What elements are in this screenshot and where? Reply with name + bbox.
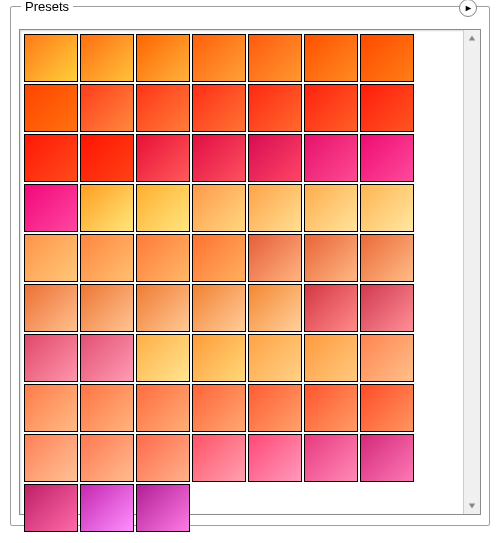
gradient-swatch[interactable] — [136, 184, 190, 232]
gradient-swatch[interactable] — [248, 384, 302, 432]
scrollbar[interactable] — [463, 30, 480, 514]
gradient-swatch[interactable] — [24, 184, 78, 232]
presets-flyout-button[interactable] — [459, 0, 477, 17]
svg-marker-0 — [465, 5, 471, 11]
gradient-swatch[interactable] — [304, 184, 358, 232]
gradient-swatch[interactable] — [24, 384, 78, 432]
gradient-swatch[interactable] — [304, 384, 358, 432]
gradient-swatch[interactable] — [192, 184, 246, 232]
gradient-swatch[interactable] — [80, 284, 134, 332]
gradient-swatch[interactable] — [136, 134, 190, 182]
gradient-swatch[interactable] — [360, 234, 414, 282]
gradient-swatch[interactable] — [80, 34, 134, 82]
presets-panel: Presets — [10, 6, 490, 526]
gradient-swatch[interactable] — [304, 34, 358, 82]
gradient-swatch[interactable] — [80, 484, 134, 532]
gradient-swatch[interactable] — [248, 284, 302, 332]
gradient-swatch[interactable] — [304, 284, 358, 332]
gradient-swatch[interactable] — [248, 84, 302, 132]
gradient-swatch[interactable] — [136, 434, 190, 482]
gradient-swatch[interactable] — [136, 234, 190, 282]
gradient-swatch[interactable] — [136, 284, 190, 332]
scroll-down-button[interactable] — [464, 498, 480, 514]
gradient-swatch[interactable] — [248, 34, 302, 82]
gradient-swatch[interactable] — [360, 34, 414, 82]
gradient-swatch[interactable] — [192, 284, 246, 332]
gradient-swatch[interactable] — [304, 334, 358, 382]
presets-list — [19, 29, 481, 515]
caret-down-icon — [468, 502, 476, 510]
gradient-swatch[interactable] — [24, 434, 78, 482]
gradient-swatch[interactable] — [304, 84, 358, 132]
gradient-swatch[interactable] — [248, 134, 302, 182]
gradient-swatch[interactable] — [80, 134, 134, 182]
gradient-swatch[interactable] — [360, 284, 414, 332]
gradient-swatch[interactable] — [192, 334, 246, 382]
gradient-swatch[interactable] — [136, 484, 190, 532]
gradient-swatch[interactable] — [136, 384, 190, 432]
gradient-swatch[interactable] — [80, 384, 134, 432]
gradient-swatch[interactable] — [248, 234, 302, 282]
gradient-swatch[interactable] — [304, 134, 358, 182]
gradient-swatch[interactable] — [192, 84, 246, 132]
gradient-swatch[interactable] — [136, 34, 190, 82]
gradient-swatch[interactable] — [360, 134, 414, 182]
gradient-swatch[interactable] — [24, 334, 78, 382]
gradient-swatch[interactable] — [192, 34, 246, 82]
gradient-swatch[interactable] — [24, 134, 78, 182]
gradient-swatch[interactable] — [24, 234, 78, 282]
gradient-swatch[interactable] — [192, 134, 246, 182]
gradient-swatch[interactable] — [360, 184, 414, 232]
panel-title: Presets — [21, 0, 73, 14]
gradient-swatch[interactable] — [24, 84, 78, 132]
gradient-swatch[interactable] — [192, 434, 246, 482]
gradient-swatch[interactable] — [304, 234, 358, 282]
gradient-swatch[interactable] — [192, 234, 246, 282]
gradient-swatch[interactable] — [24, 284, 78, 332]
presets-grid — [24, 34, 462, 510]
gradient-swatch[interactable] — [24, 34, 78, 82]
gradient-swatch[interactable] — [136, 334, 190, 382]
gradient-swatch[interactable] — [80, 334, 134, 382]
gradient-swatch[interactable] — [360, 434, 414, 482]
gradient-swatch[interactable] — [360, 384, 414, 432]
gradient-swatch[interactable] — [80, 234, 134, 282]
svg-marker-1 — [469, 36, 475, 41]
gradient-swatch[interactable] — [24, 484, 78, 532]
gradient-swatch[interactable] — [80, 84, 134, 132]
gradient-swatch[interactable] — [80, 184, 134, 232]
gradient-swatch[interactable] — [136, 84, 190, 132]
caret-up-icon — [468, 34, 476, 42]
gradient-swatch[interactable] — [248, 434, 302, 482]
gradient-swatch[interactable] — [304, 434, 358, 482]
gradient-swatch[interactable] — [248, 184, 302, 232]
gradient-swatch[interactable] — [248, 334, 302, 382]
flyout-arrow-icon — [465, 4, 472, 13]
gradient-swatch[interactable] — [360, 84, 414, 132]
gradient-swatch[interactable] — [360, 334, 414, 382]
gradient-swatch[interactable] — [80, 434, 134, 482]
gradient-swatch[interactable] — [192, 384, 246, 432]
scroll-up-button[interactable] — [464, 30, 480, 46]
svg-marker-2 — [469, 504, 475, 509]
